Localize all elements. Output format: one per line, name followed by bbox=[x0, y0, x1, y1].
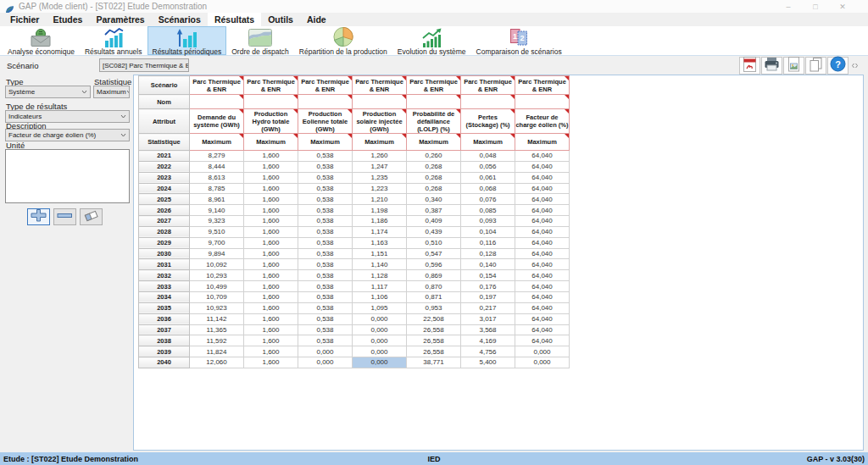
menu-item-scenarios[interactable]: Scénarios bbox=[152, 13, 208, 26]
table-cell[interactable]: 10,092 bbox=[190, 259, 244, 270]
table-cell[interactable]: 64,040 bbox=[515, 281, 570, 292]
row-header-2031[interactable]: 2031 bbox=[139, 259, 190, 270]
table-cell[interactable]: 1,600 bbox=[244, 302, 298, 313]
row-header-2034[interactable]: 2034 bbox=[139, 291, 190, 302]
table-cell[interactable]: 1,600 bbox=[244, 324, 298, 335]
table-cell[interactable]: 26,558 bbox=[407, 335, 461, 346]
maximize-button[interactable]: □ bbox=[802, 3, 829, 11]
row-header-2036[interactable]: 2036 bbox=[139, 313, 190, 324]
table-cell[interactable]: 64,040 bbox=[515, 194, 570, 205]
header-cell[interactable] bbox=[244, 95, 298, 109]
table-cell[interactable]: 22,508 bbox=[407, 313, 461, 324]
table-cell[interactable]: 9,510 bbox=[190, 226, 244, 237]
table-cell[interactable]: 0,085 bbox=[461, 205, 515, 216]
table-cell[interactable]: 0,176 bbox=[461, 281, 515, 292]
table-cell[interactable]: 0,439 bbox=[407, 226, 461, 237]
table-cell[interactable]: 0,538 bbox=[298, 161, 353, 172]
table-cell[interactable]: 0,154 bbox=[461, 270, 515, 281]
table-cell[interactable]: 10,499 bbox=[190, 281, 244, 292]
table-cell[interactable]: 0,538 bbox=[298, 335, 353, 346]
table-cell[interactable]: 0,000 bbox=[298, 357, 353, 368]
row-header-2029[interactable]: 2029 bbox=[139, 237, 190, 248]
table-cell[interactable]: 1,600 bbox=[244, 183, 298, 194]
table-cell[interactable]: 1,600 bbox=[244, 226, 298, 237]
table-cell[interactable]: 1,600 bbox=[244, 291, 298, 302]
table-cell[interactable]: 8,613 bbox=[190, 172, 244, 183]
header-cell[interactable]: Maximum bbox=[407, 134, 461, 151]
toolbar-button-resultats-annuels[interactable]: Résultats annuels bbox=[80, 26, 147, 55]
table-cell[interactable]: 0,409 bbox=[407, 216, 461, 227]
table-cell[interactable]: 64,040 bbox=[515, 216, 570, 227]
table-cell[interactable]: 64,040 bbox=[515, 151, 570, 162]
table-cell[interactable]: 0,000 bbox=[353, 346, 407, 357]
row-header-2024[interactable]: 2024 bbox=[139, 183, 190, 194]
header-cell[interactable]: Parc Thermique & ENR bbox=[190, 76, 244, 95]
table-cell[interactable]: 4,169 bbox=[461, 335, 515, 346]
header-cell[interactable]: Parc Thermique & ENR bbox=[353, 76, 407, 95]
table-cell[interactable]: 1,151 bbox=[353, 248, 407, 259]
table-cell[interactable]: 8,279 bbox=[190, 151, 244, 162]
table-cell[interactable]: 11,592 bbox=[190, 335, 244, 346]
table-cell[interactable]: 1,095 bbox=[353, 302, 407, 313]
table-cell[interactable]: 8,961 bbox=[190, 194, 244, 205]
row-header-2023[interactable]: 2023 bbox=[139, 172, 190, 183]
table-cell[interactable]: 1,600 bbox=[244, 357, 298, 368]
table-cell[interactable]: 0,217 bbox=[461, 302, 515, 313]
table-cell[interactable]: 10,293 bbox=[190, 270, 244, 281]
table-cell[interactable]: 0,538 bbox=[298, 151, 353, 162]
table-cell[interactable]: 64,040 bbox=[515, 291, 570, 302]
table-cell[interactable]: 64,040 bbox=[515, 313, 570, 324]
header-cell[interactable]: Maximum bbox=[515, 134, 570, 151]
table-cell[interactable]: 1,140 bbox=[353, 259, 407, 270]
table-cell[interactable]: 1,600 bbox=[244, 151, 298, 162]
table-cell[interactable]: 64,040 bbox=[515, 302, 570, 313]
table-cell[interactable]: 0,538 bbox=[298, 313, 353, 324]
description-select[interactable]: Facteur de charge éolien (%) bbox=[5, 129, 130, 141]
table-cell[interactable]: 0,538 bbox=[298, 216, 353, 227]
table-cell[interactable]: 0,140 bbox=[461, 259, 515, 270]
header-cell[interactable] bbox=[190, 95, 244, 109]
table-cell[interactable]: 64,040 bbox=[515, 248, 570, 259]
table-cell[interactable]: 0,197 bbox=[461, 291, 515, 302]
table-cell[interactable]: 0,538 bbox=[298, 291, 353, 302]
table-cell[interactable]: 0,538 bbox=[298, 226, 353, 237]
table-cell[interactable]: 0,538 bbox=[298, 172, 353, 183]
row-header-2022[interactable]: 2022 bbox=[139, 161, 190, 172]
row-header-2040[interactable]: 2040 bbox=[139, 357, 190, 368]
table-cell[interactable]: 0,104 bbox=[461, 226, 515, 237]
header-cell[interactable]: Facteur de charge éolien (%) bbox=[515, 109, 570, 134]
table-cell[interactable]: 9,140 bbox=[190, 205, 244, 216]
header-cell[interactable]: Production Hydro totale (GWh) bbox=[244, 109, 298, 134]
row-header-2028[interactable]: 2028 bbox=[139, 226, 190, 237]
table-cell[interactable]: 9,323 bbox=[190, 216, 244, 227]
export-pdf-button[interactable] bbox=[739, 57, 760, 75]
row-header-2021[interactable]: 2021 bbox=[139, 151, 190, 162]
table-cell[interactable]: 5,400 bbox=[461, 357, 515, 368]
table-cell[interactable]: 1,117 bbox=[353, 281, 407, 292]
collapse-panel-icon[interactable] bbox=[851, 63, 859, 69]
table-cell[interactable]: 8,785 bbox=[190, 183, 244, 194]
toolbar-button-analyse-economique[interactable]: Analyse économique bbox=[3, 26, 80, 55]
header-cell[interactable]: Maximum bbox=[190, 134, 244, 151]
table-cell[interactable]: 0,061 bbox=[461, 172, 515, 183]
table-cell[interactable]: 64,040 bbox=[515, 161, 570, 172]
header-cell[interactable]: Maximum bbox=[353, 134, 407, 151]
table-cell[interactable]: 64,040 bbox=[515, 237, 570, 248]
row-header-2026[interactable]: 2026 bbox=[139, 205, 190, 216]
table-cell[interactable]: 64,040 bbox=[515, 183, 570, 194]
table-cell[interactable]: 1,600 bbox=[244, 335, 298, 346]
table-cell[interactable]: 0,538 bbox=[298, 270, 353, 281]
table-cell[interactable]: 0,260 bbox=[407, 151, 461, 162]
table-cell[interactable]: 0,538 bbox=[298, 183, 353, 194]
table-cell[interactable]: 0,538 bbox=[298, 302, 353, 313]
header-cell[interactable]: Demande du système (GWh) bbox=[190, 109, 244, 134]
row-header-2032[interactable]: 2032 bbox=[139, 270, 190, 281]
row-header-2033[interactable]: 2033 bbox=[139, 281, 190, 292]
toolbar-button-resultats-periodiques[interactable]: Résultats périodiques bbox=[147, 26, 227, 55]
table-cell[interactable]: 1,600 bbox=[244, 194, 298, 205]
table-cell[interactable]: 3,017 bbox=[461, 313, 515, 324]
menu-item-etudes[interactable]: Etudes bbox=[46, 13, 89, 26]
table-cell[interactable]: 64,040 bbox=[515, 270, 570, 281]
table-cell[interactable]: 0,953 bbox=[407, 302, 461, 313]
print-button[interactable] bbox=[761, 57, 782, 75]
